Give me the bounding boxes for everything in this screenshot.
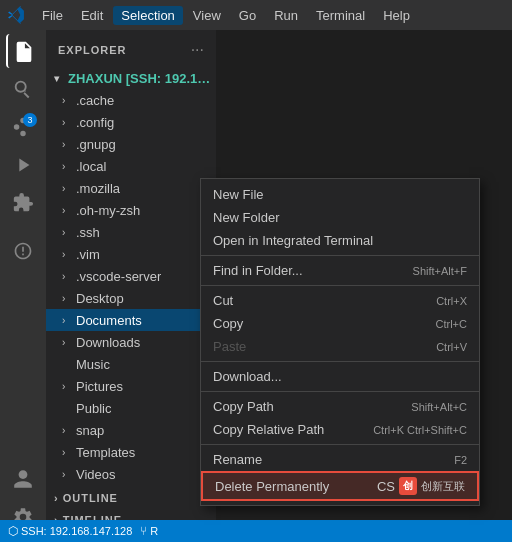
ctx-new-file[interactable]: New File	[201, 183, 479, 206]
chevron-templates: ›	[62, 447, 74, 458]
tree-item-cache[interactable]: › .cache	[46, 89, 216, 111]
outline-label: OUTLINE	[63, 492, 118, 504]
ctx-download-label: Download...	[213, 369, 447, 384]
root-folder[interactable]: ▾ ZHAXUN [SSH: 192.168.147.128]	[46, 67, 216, 89]
ctx-download[interactable]: Download...	[201, 365, 479, 388]
ctx-delete-permanently-label: Delete Permanently	[215, 479, 377, 494]
outline-section[interactable]: › OUTLINE	[46, 487, 216, 509]
delete-shortcut-cs: CS	[377, 479, 395, 494]
label-local: .local	[76, 159, 106, 174]
tree-item-videos[interactable]: › Videos	[46, 463, 216, 485]
chevron-downloads: ›	[62, 337, 74, 348]
tree-item-snap[interactable]: › snap	[46, 419, 216, 441]
chevron-desktop: ›	[62, 293, 74, 304]
remote-status-icon: ⬡	[8, 524, 18, 538]
label-videos: Videos	[76, 467, 116, 482]
ctx-copy-path[interactable]: Copy Path Shift+Alt+C	[201, 395, 479, 418]
delete-badge: CS 创 创新互联	[377, 477, 465, 495]
status-remote[interactable]: ⬡ SSH: 192.168.147.128	[8, 524, 132, 538]
label-cache: .cache	[76, 93, 114, 108]
tree-item-gnupg[interactable]: › .gnupg	[46, 133, 216, 155]
ctx-copy-path-label: Copy Path	[213, 399, 391, 414]
ctx-find-in-folder-shortcut: Shift+Alt+F	[413, 265, 467, 277]
remote-icon[interactable]	[6, 234, 40, 268]
ctx-cut[interactable]: Cut Ctrl+X	[201, 289, 479, 312]
ctx-find-in-folder[interactable]: Find in Folder... Shift+Alt+F	[201, 259, 479, 282]
ctx-delete-permanently[interactable]: Delete Permanently CS 创 创新互联	[201, 471, 479, 501]
menu-file[interactable]: File	[34, 6, 71, 25]
menu-terminal[interactable]: Terminal	[308, 6, 373, 25]
menu-help[interactable]: Help	[375, 6, 418, 25]
sidebar-more-button[interactable]: ···	[191, 41, 204, 59]
label-config: .config	[76, 115, 114, 130]
tree-item-music[interactable]: › Music	[46, 353, 216, 375]
menu-run[interactable]: Run	[266, 6, 306, 25]
ctx-rename[interactable]: Rename F2	[201, 448, 479, 471]
label-pictures: Pictures	[76, 379, 123, 394]
ctx-copy-relative-path-label: Copy Relative Path	[213, 422, 353, 437]
ctx-copy-relative-path[interactable]: Copy Relative Path Ctrl+K Ctrl+Shift+C	[201, 418, 479, 441]
ctx-new-folder[interactable]: New Folder	[201, 206, 479, 229]
status-ssh-label: SSH: 192.168.147.128	[21, 525, 132, 537]
menu-edit[interactable]: Edit	[73, 6, 111, 25]
chevron-config: ›	[62, 117, 74, 128]
ctx-sep-4	[201, 391, 479, 392]
activity-bar: 3	[0, 30, 46, 542]
run-icon[interactable]	[6, 148, 40, 182]
tree-item-ssh[interactable]: › .ssh	[46, 221, 216, 243]
tree-item-mozilla[interactable]: › .mozilla	[46, 177, 216, 199]
files-icon[interactable]	[6, 34, 40, 68]
ctx-copy-label: Copy	[213, 316, 416, 331]
label-mozilla: .mozilla	[76, 181, 120, 196]
ctx-paste: Paste Ctrl+V	[201, 335, 479, 358]
tree-item-public[interactable]: › Public	[46, 397, 216, 419]
search-icon[interactable]	[6, 72, 40, 106]
label-ssh: .ssh	[76, 225, 100, 240]
label-vscode-server: .vscode-server	[76, 269, 161, 284]
chevron-documents: ›	[62, 315, 74, 326]
ctx-copy-shortcut: Ctrl+C	[436, 318, 467, 330]
tree-item-desktop[interactable]: › Desktop	[46, 287, 216, 309]
account-icon[interactable]	[6, 462, 40, 496]
tree-item-templates[interactable]: › Templates	[46, 441, 216, 463]
menu-view[interactable]: View	[185, 6, 229, 25]
chevron-pictures: ›	[62, 381, 74, 392]
tree-item-config[interactable]: › .config	[46, 111, 216, 133]
chevron-videos: ›	[62, 469, 74, 480]
root-label: ZHAXUN [SSH: 192.168.147.128]	[68, 71, 216, 86]
label-desktop: Desktop	[76, 291, 124, 306]
status-branch[interactable]: ⑂ R	[140, 524, 158, 538]
ctx-new-folder-label: New Folder	[213, 210, 447, 225]
tree-item-pictures[interactable]: › Pictures	[46, 375, 216, 397]
tree-item-downloads[interactable]: › Downloads	[46, 331, 216, 353]
root-chevron: ▾	[54, 73, 66, 84]
tree-item-documents[interactable]: › Documents	[46, 309, 216, 331]
menu-go[interactable]: Go	[231, 6, 264, 25]
source-control-icon[interactable]: 3	[6, 110, 40, 144]
label-snap: snap	[76, 423, 104, 438]
chevron-public: ›	[62, 403, 74, 414]
tree-item-local[interactable]: › .local	[46, 155, 216, 177]
brand-logo: 创	[399, 477, 417, 495]
ctx-copy-relative-path-shortcut: Ctrl+K Ctrl+Shift+C	[373, 424, 467, 436]
status-branch-label: R	[150, 525, 158, 537]
ctx-paste-shortcut: Ctrl+V	[436, 341, 467, 353]
ctx-sep-5	[201, 444, 479, 445]
ctx-paste-label: Paste	[213, 339, 416, 354]
label-oh-my-zsh: .oh-my-zsh	[76, 203, 140, 218]
ctx-open-terminal[interactable]: Open in Integrated Terminal	[201, 229, 479, 252]
tree-item-oh-my-zsh[interactable]: › .oh-my-zsh	[46, 199, 216, 221]
app-icon	[8, 6, 26, 24]
chevron-cache: ›	[62, 95, 74, 106]
extensions-icon[interactable]	[6, 186, 40, 220]
ctx-cut-label: Cut	[213, 293, 416, 308]
ctx-sep-2	[201, 285, 479, 286]
status-bar: ⬡ SSH: 192.168.147.128 ⑂ R	[0, 520, 512, 542]
ctx-copy[interactable]: Copy Ctrl+C	[201, 312, 479, 335]
explorer-root: ▾ ZHAXUN [SSH: 192.168.147.128] › .cache…	[46, 65, 216, 487]
tree-item-vscode-server[interactable]: › .vscode-server	[46, 265, 216, 287]
tree-item-vim[interactable]: › .vim	[46, 243, 216, 265]
menu-selection[interactable]: Selection	[113, 6, 182, 25]
ctx-sep-1	[201, 255, 479, 256]
branch-icon: ⑂	[140, 524, 147, 538]
